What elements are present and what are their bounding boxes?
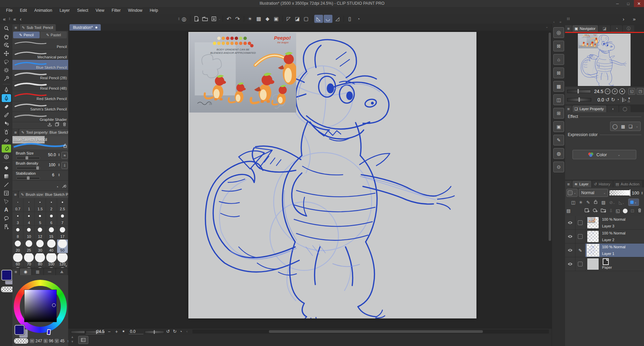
layer-row-paper[interactable]: Paper bbox=[565, 257, 644, 271]
sub-view-tab[interactable]: ◪ bbox=[599, 25, 610, 32]
stabilization-slider[interactable] bbox=[16, 177, 40, 179]
lock-icon[interactable] bbox=[63, 143, 67, 149]
navigator-thumbnail[interactable] bbox=[578, 34, 631, 86]
palette-color-chip[interactable]: ⌄ bbox=[566, 189, 578, 197]
collapse-left-dock-icon[interactable]: « bbox=[1, 15, 7, 23]
save-dropdown-icon[interactable]: ⌄ bbox=[218, 17, 221, 20]
zoom-fit-icon[interactable]: ■ bbox=[123, 330, 124, 333]
material-monochromatic-dock-icon[interactable]: ⌂ bbox=[553, 54, 564, 65]
expression-color-dropdown[interactable]: Color ⌄ bbox=[572, 150, 636, 159]
new-raster-layer-icon[interactable] bbox=[585, 208, 590, 214]
fill-tool[interactable] bbox=[2, 164, 11, 172]
expand-selection-icon[interactable]: ◪ bbox=[293, 15, 302, 23]
zoom-in-icon[interactable]: + bbox=[115, 329, 118, 334]
combine-with-lower-layer-icon[interactable]: ◱ bbox=[616, 208, 620, 213]
layer-panel-menu-icon[interactable]: ≡ bbox=[565, 181, 572, 187]
brush-size-panel-tab[interactable]: ✎Brush size: Blue Sketch Pen bbox=[19, 191, 68, 198]
subtool-item-real-pencil-4b[interactable]: Real Pencil (4B) bbox=[12, 81, 68, 91]
operation-tool[interactable] bbox=[2, 223, 11, 231]
canvas-vscrollbar[interactable] bbox=[548, 31, 552, 328]
new-layer-folder-icon[interactable] bbox=[601, 208, 606, 214]
subtool-item-mechanical-pencil[interactable]: Mechanical pencil bbox=[12, 49, 68, 60]
delete-layer-icon[interactable] bbox=[637, 208, 642, 214]
brush-density-stepper[interactable]: ▴▾ bbox=[58, 163, 60, 166]
material-manga-dock-icon[interactable]: ⊠ bbox=[553, 68, 564, 78]
expand-right-all-icon[interactable]: » bbox=[631, 15, 638, 23]
timeline-expand-down-icon[interactable]: ▼ bbox=[71, 340, 74, 343]
color-wheel-tab[interactable]: ◉ bbox=[20, 268, 31, 275]
nav-zoom-slider[interactable] bbox=[567, 90, 591, 93]
history-tab[interactable]: ↺History bbox=[592, 181, 613, 187]
camera-rotate-tool[interactable] bbox=[2, 41, 11, 49]
layer-row-1-selected[interactable]: ✎ 100 % Normal Layer 1 bbox=[565, 244, 644, 257]
layer-color-button[interactable]: ⌄ bbox=[628, 199, 639, 206]
paper-checkbox[interactable] bbox=[578, 262, 583, 266]
enable-keyframes-icon[interactable]: ✳ bbox=[579, 200, 583, 205]
layer-property-tab3[interactable]: ◯ bbox=[619, 105, 631, 112]
selection-launcher-icon[interactable]: ▢ bbox=[302, 15, 311, 23]
brush-size-6[interactable]: 6 bbox=[46, 212, 57, 226]
nav-actual-size-icon[interactable]: ◳ bbox=[637, 88, 644, 95]
frame-tool[interactable] bbox=[2, 189, 11, 197]
menu-filter[interactable]: Filter bbox=[108, 8, 124, 13]
save-icon[interactable] bbox=[210, 15, 218, 23]
menu-edit[interactable]: Edit bbox=[16, 8, 30, 13]
zoom-out-icon[interactable]: − bbox=[108, 329, 110, 334]
navigator-preview-area[interactable] bbox=[565, 33, 644, 87]
balloon-tool[interactable] bbox=[2, 214, 11, 222]
rotate-right-icon[interactable]: ↻ bbox=[173, 329, 177, 334]
lasso-tool[interactable] bbox=[2, 58, 11, 66]
expand-right-icon[interactable]: › bbox=[620, 15, 627, 23]
frame-border-icon[interactable]: ▣ bbox=[272, 15, 281, 23]
rotate-left-icon[interactable]: ↺ bbox=[166, 329, 170, 334]
nav-zoom-out-icon[interactable]: − bbox=[605, 88, 611, 94]
status-rotation-value[interactable]: 0.0 bbox=[129, 329, 143, 334]
brush-size-5[interactable]: 5 bbox=[35, 212, 46, 226]
canvas-paper[interactable] bbox=[188, 32, 476, 318]
gradient-tool[interactable] bbox=[2, 172, 11, 180]
brush-size-100[interactable]: 100 bbox=[46, 253, 57, 267]
brush-size-slider[interactable] bbox=[16, 157, 40, 159]
layer-tab[interactable]: ≋Layer bbox=[572, 181, 591, 187]
nav-rotation-value[interactable]: 0.0 bbox=[593, 97, 604, 102]
brush-size-50-selected[interactable]: 50 bbox=[57, 240, 68, 253]
canvas-viewport[interactable] bbox=[68, 31, 548, 328]
subtool-item-graphite-shader[interactable]: Graphite Shader bbox=[12, 112, 68, 122]
airbrush-tool[interactable] bbox=[2, 128, 11, 136]
nav-flip-vertical-icon[interactable]: ▼△ bbox=[628, 97, 631, 102]
clear-selection-icon[interactable]: ☀ bbox=[246, 15, 255, 23]
layer2-checkbox[interactable] bbox=[578, 234, 583, 239]
effect-border-icon[interactable]: ◯ bbox=[612, 124, 618, 129]
brush-size-20[interactable]: 20 bbox=[12, 240, 24, 253]
snap-to-special-ruler-icon[interactable]: ◡ bbox=[324, 15, 332, 23]
create-layer-mask-icon[interactable] bbox=[623, 209, 628, 213]
menu-help[interactable]: Help bbox=[146, 8, 162, 13]
apply-mask-icon[interactable]: ⊡ bbox=[631, 208, 634, 213]
snap-to-grid-icon[interactable]: ◿ bbox=[333, 15, 342, 23]
subtool-item-real-pencil-2b[interactable]: Real Pencil (2B) bbox=[12, 70, 68, 81]
line-tool[interactable] bbox=[2, 181, 11, 189]
reset-rotation-icon[interactable]: ◔ bbox=[180, 329, 182, 334]
eraser-tool[interactable] bbox=[2, 136, 11, 144]
transfer-to-lower-layer-icon[interactable]: ⇩ bbox=[609, 208, 613, 213]
sv-square[interactable] bbox=[25, 290, 56, 322]
brush-size-70[interactable]: 70 bbox=[24, 253, 35, 267]
brush-size-2[interactable]: 2 bbox=[46, 198, 57, 212]
layer-opacity-stepper[interactable]: ▴▾ bbox=[641, 191, 643, 194]
move-tool[interactable] bbox=[2, 49, 11, 57]
snap-to-ruler-icon[interactable]: ◺ bbox=[314, 15, 323, 23]
material-edit-dock-icon[interactable]: ✎ bbox=[553, 135, 564, 145]
crop-selection-icon[interactable]: ▩ bbox=[255, 15, 263, 23]
menu-layer[interactable]: Layer bbox=[56, 8, 73, 13]
hand-tool[interactable] bbox=[2, 33, 11, 41]
nav-rotate-left-icon[interactable]: ↺ bbox=[605, 97, 610, 103]
nav-zoom-fit-icon[interactable]: ■ bbox=[619, 88, 625, 94]
subtool-item-blue-sketch-pencil[interactable]: Blue Sketch Pencil bbox=[12, 60, 68, 70]
brush-size-0.7[interactable]: 0.7 bbox=[12, 198, 24, 212]
material-body-type-dock-icon[interactable]: ⊙ bbox=[553, 162, 564, 172]
brush-tool[interactable] bbox=[2, 111, 11, 119]
status-collapse-icon[interactable]: ‹ bbox=[186, 329, 188, 333]
nav-rotate-right-icon[interactable]: ↻ bbox=[611, 97, 615, 103]
information-tab[interactable]: ⓘ bbox=[623, 25, 634, 32]
layer-property-tab[interactable]: ❏Layer Property bbox=[572, 105, 606, 112]
